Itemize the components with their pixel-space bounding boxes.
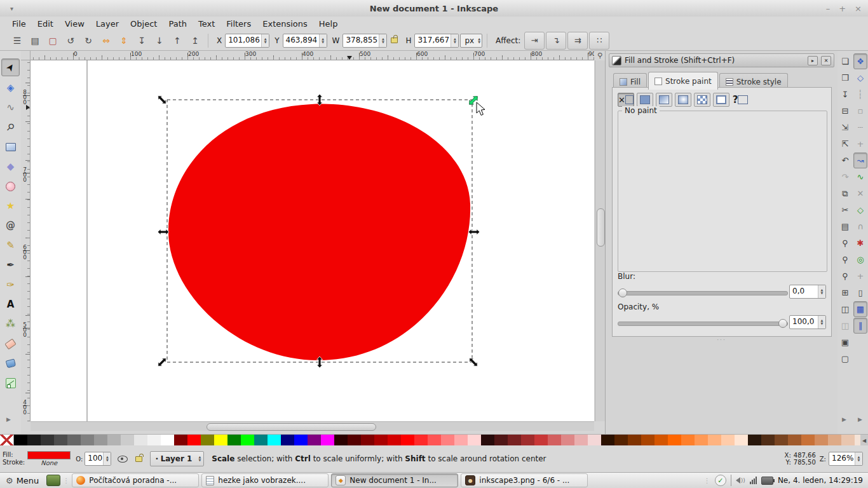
opacity-input[interactable]: 100,0 <box>789 315 826 329</box>
snap-path-intersections-button[interactable]: ✕ <box>853 186 867 201</box>
snap-page-border-button[interactable]: ▯ <box>853 285 867 301</box>
tool-spray[interactable]: ⁂ <box>2 316 19 332</box>
palette-swatch[interactable] <box>281 435 294 445</box>
snap-line-midpoints-button[interactable]: ✱ <box>853 235 867 251</box>
snap-grid-button[interactable]: ▦ <box>853 301 867 317</box>
palette-swatch[interactable] <box>308 435 321 445</box>
close-button[interactable]: × <box>855 4 862 13</box>
units-select[interactable]: px <box>460 34 482 48</box>
updates-check-icon[interactable]: ✓ <box>715 475 726 486</box>
palette-swatch[interactable] <box>481 435 494 445</box>
maximize-button[interactable]: + <box>839 4 846 13</box>
redo-button[interactable]: ↷ <box>838 169 852 185</box>
volume-icon[interactable]: )) <box>736 477 745 484</box>
palette-more-icon[interactable]: ◀ <box>860 435 868 445</box>
applications-menu-button[interactable]: ⚙ Menu <box>3 473 44 487</box>
canvas[interactable] <box>31 60 594 421</box>
blur-slider-thumb[interactable] <box>618 288 627 297</box>
minimize-button[interactable]: – <box>826 4 831 13</box>
snap-bbox-midpoints-button[interactable]: ┄ <box>853 119 867 135</box>
menu-text[interactable]: Text <box>193 18 220 30</box>
snap-enable-button[interactable]: ❖ <box>853 53 867 69</box>
palette-swatch[interactable] <box>227 435 241 445</box>
paint-unknown-button[interactable]: ? <box>732 93 749 107</box>
palette-swatch[interactable] <box>494 435 508 445</box>
paint-radial-gradient-button[interactable] <box>675 93 691 107</box>
network-signal-icon[interactable] <box>750 477 757 484</box>
copy-button[interactable]: ⧉ <box>838 186 852 201</box>
fill-color-swatch[interactable] <box>27 451 71 459</box>
palette-swatch[interactable] <box>708 435 721 445</box>
scale-handle-nw[interactable] <box>156 93 168 105</box>
palette-swatch[interactable] <box>801 435 815 445</box>
palette-swatch[interactable] <box>508 435 521 445</box>
palette-swatch[interactable] <box>321 435 334 445</box>
palette-swatch[interactable] <box>94 435 107 445</box>
palette-swatch[interactable] <box>54 435 67 445</box>
paint-linear-gradient-button[interactable] <box>656 93 672 107</box>
affect-gradients-button[interactable]: ∷ <box>589 32 609 50</box>
commands-expander-icon[interactable]: ▶ <box>842 416 846 423</box>
battery-icon[interactable] <box>761 477 773 485</box>
height-input[interactable]: 317,667 <box>414 34 459 48</box>
menu-edit[interactable]: Edit <box>32 18 59 30</box>
palette-swatch[interactable] <box>748 435 761 445</box>
ungroup-button[interactable]: ▢ <box>838 351 852 367</box>
palette-swatch[interactable] <box>294 435 308 445</box>
tool-pencil[interactable]: ✎ <box>2 237 19 254</box>
zoom-selection-button[interactable]: ⚲ <box>838 235 852 251</box>
palette-none-swatch[interactable] <box>0 435 14 445</box>
zoom-page-button[interactable]: ⚲ <box>838 268 852 284</box>
tool-paint-bucket[interactable] <box>2 355 19 372</box>
tool-connector[interactable] <box>2 375 19 391</box>
palette-swatch[interactable] <box>441 435 454 445</box>
open-document-button[interactable]: ❒ <box>838 70 852 86</box>
menu-view[interactable]: View <box>59 18 90 30</box>
save-document-button[interactable]: ↧ <box>838 86 852 102</box>
palette-swatch[interactable] <box>828 435 841 445</box>
snap-object-centers-button[interactable]: ◎ <box>853 252 867 268</box>
palette-swatch[interactable] <box>27 435 41 445</box>
menu-extensions[interactable]: Extensions <box>257 18 313 30</box>
dialog-titlebar[interactable]: Fill and Stroke (Shift+Ctrl+F) ▸ ✕ <box>609 53 834 67</box>
export-button[interactable]: ⇱ <box>838 136 852 152</box>
taskbar-window-firefox[interactable]: Počítačová poradna -... <box>72 473 199 487</box>
palette-swatch[interactable] <box>695 435 708 445</box>
lower-button[interactable]: ↓ <box>151 33 168 48</box>
menu-path[interactable]: Path <box>163 18 193 30</box>
palette-swatch[interactable] <box>454 435 468 445</box>
zoom-drawing-button[interactable]: ⚲ <box>838 252 852 268</box>
tool-star[interactable]: ★ <box>2 198 19 214</box>
lower-to-bottom-button[interactable]: ↧ <box>133 33 150 48</box>
tool-node-editor[interactable]: ◈ <box>2 79 19 96</box>
palette-swatch[interactable] <box>81 435 94 445</box>
vertical-scrollbar[interactable] <box>595 60 605 421</box>
zoom-input[interactable]: 126% <box>829 452 863 466</box>
palette-swatch[interactable] <box>841 435 855 445</box>
scale-handle-se[interactable] <box>467 356 479 368</box>
flip-horizontal-button[interactable]: ⇔ <box>98 33 114 48</box>
opacity-slider-thumb[interactable] <box>778 319 787 328</box>
snap-bbox-corners-button[interactable]: ▫ <box>853 103 867 119</box>
menu-layer[interactable]: Layer <box>90 18 125 30</box>
flip-vertical-button[interactable]: ⇕ <box>116 33 132 48</box>
vertical-scrollbar-thumb[interactable] <box>597 208 605 247</box>
palette-swatch[interactable] <box>134 435 147 445</box>
opacity-slider[interactable] <box>618 322 788 326</box>
scale-handle-e[interactable] <box>468 229 480 235</box>
select-all-button[interactable]: ☰ <box>9 33 25 48</box>
menu-help[interactable]: Help <box>313 18 344 30</box>
lock-ratio-icon[interactable] <box>391 37 398 43</box>
vertical-ruler[interactable]: 800700600500400 <box>21 60 31 421</box>
palette-swatch[interactable] <box>107 435 121 445</box>
snap-paths-button[interactable]: ∿ <box>853 169 867 185</box>
palette-swatch[interactable] <box>161 435 174 445</box>
affect-transforms-button[interactable]: ↴ <box>546 32 566 50</box>
palette-swatch[interactable] <box>147 435 161 445</box>
unlink-clone-button[interactable]: ◫ <box>838 318 852 334</box>
paint-none-button[interactable]: ✕ <box>618 93 634 107</box>
palette-swatch[interactable] <box>268 435 281 445</box>
palette-swatch[interactable] <box>361 435 374 445</box>
raise-button[interactable]: ↑ <box>169 33 186 48</box>
horizontal-ruler[interactable]: 0100200300400500600700800900 <box>31 51 594 60</box>
